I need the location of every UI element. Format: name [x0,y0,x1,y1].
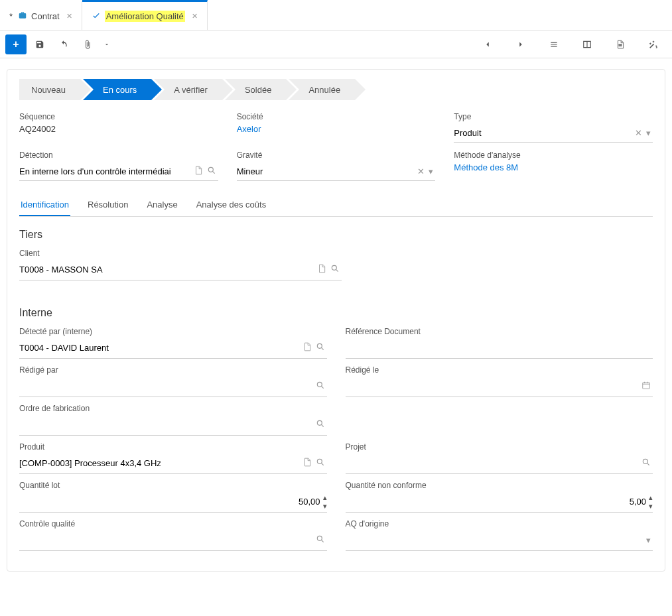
section-interne-title: Interne [19,307,653,319]
detecte-input[interactable] [19,343,301,353]
ordre-input[interactable] [19,420,314,430]
ctrlq-input[interactable] [19,535,314,545]
form-card: Nouveau En cours A vérifier Soldée Annul… [7,69,665,572]
tab-couts[interactable]: Analyse des coûts [195,194,268,216]
sequence-label: Séquence [19,112,218,121]
add-button[interactable]: + [5,34,27,54]
qtelot-input[interactable] [19,497,320,507]
svg-point-5 [317,420,322,425]
client-label: Client [19,249,342,258]
field-projet: Projet [346,442,653,474]
redigele-input[interactable] [346,381,640,391]
undo-button[interactable] [53,34,74,54]
status-encours[interactable]: En cours [83,79,151,100]
check-icon [92,11,101,22]
qtenc-label: Quantité non conforme [346,481,653,490]
list-view-button[interactable] [543,34,565,54]
search-icon[interactable] [314,419,327,430]
produit-input[interactable] [19,458,301,468]
dirty-indicator: * [9,11,13,21]
close-icon[interactable]: ✕ [66,12,72,21]
search-icon[interactable] [314,342,327,353]
search-icon[interactable] [639,458,653,469]
client-input[interactable] [19,265,315,275]
refdoc-input[interactable] [346,343,653,353]
produit-label: Produit [19,442,327,452]
status-nouveau[interactable]: Nouveau [19,79,80,100]
field-client: Client [19,249,342,280]
svg-point-0 [208,167,213,172]
document-view-button[interactable] [610,34,631,54]
field-redige: Rédigé par [19,365,327,397]
tab-resolution[interactable]: Résolution [86,194,129,216]
section-tiers-title: Tiers [19,229,653,241]
search-icon[interactable] [314,381,327,392]
next-button[interactable] [510,34,531,54]
clear-icon[interactable]: ✕ [415,166,427,176]
field-ctrlq: Contrôle qualité [19,519,327,551]
tab-qualite[interactable]: Amélioration Qualité ✕ [82,0,208,30]
more-dropdown[interactable] [101,34,113,54]
svg-point-1 [332,265,336,270]
redigele-label: Rédigé le [346,365,653,375]
svg-point-8 [317,536,322,540]
detection-label: Détection [19,151,218,160]
projet-input[interactable] [346,458,640,468]
stepper-icon[interactable]: ▴▾ [320,493,327,511]
field-refdoc: Référence Document [346,327,653,359]
tab-contrat[interactable]: * Contrat ✕ [0,0,82,30]
prev-button[interactable] [477,34,498,54]
type-label: Type [454,112,653,121]
status-annulee[interactable]: Annulée [289,79,355,100]
chevron-down-icon[interactable]: ▾ [427,166,435,176]
clear-icon[interactable]: ✕ [633,128,644,138]
detection-input[interactable] [19,164,192,179]
chevron-down-icon[interactable]: ▾ [644,128,653,138]
stepper-icon[interactable]: ▴▾ [646,493,653,511]
search-icon[interactable] [314,458,327,469]
svg-point-6 [317,459,322,463]
svg-rect-4 [643,383,650,389]
methode-label: Méthode d'analyse [454,151,653,160]
search-icon[interactable] [314,534,327,546]
attach-button[interactable] [77,34,98,54]
calendar-icon[interactable] [639,381,653,392]
type-input[interactable] [454,125,633,141]
chevron-down-icon[interactable]: ▾ [644,535,653,545]
close-icon[interactable]: ✕ [192,12,198,21]
field-qtenc: Quantité non conforme ▴▾ [346,481,653,513]
gravite-label: Gravité [237,151,436,160]
qtenc-input[interactable] [346,497,647,507]
open-icon[interactable] [192,166,205,177]
toolbar: + [0,31,672,58]
save-button[interactable] [29,34,50,54]
status-flow: Nouveau En cours A vérifier Soldée Annul… [19,79,653,100]
societe-value[interactable]: Axelor [237,124,436,134]
field-gravite: Gravité ✕ ▾ [237,151,436,181]
open-icon[interactable] [315,264,328,275]
redige-input[interactable] [19,381,314,391]
gravite-input[interactable] [237,164,416,179]
open-icon[interactable] [301,458,314,469]
ordre-label: Ordre de fabrication [19,404,327,413]
tab-analyse[interactable]: Analyse [145,194,178,216]
tab-identification[interactable]: Identification [19,194,70,216]
projet-label: Projet [346,442,653,452]
search-icon[interactable] [328,264,342,275]
field-qtelot: Quantité lot ▴▾ [19,481,327,513]
svg-point-2 [317,343,322,348]
methode-value[interactable]: Méthode des 8M [454,162,653,172]
tab-contrat-label: Contrat [31,11,60,21]
settings-button[interactable] [643,34,664,54]
sequence-value: AQ24002 [19,124,218,134]
open-icon[interactable] [301,342,314,353]
aqorigine-label: AQ d'origine [346,519,653,528]
status-soldee[interactable]: Soldée [225,79,286,100]
svg-point-7 [643,459,647,463]
search-icon[interactable] [205,166,218,177]
ctrlq-label: Contrôle qualité [19,519,327,528]
aqorigine-input[interactable] [346,535,645,545]
split-view-button[interactable] [576,34,598,54]
societe-label: Société [237,112,436,121]
status-averifier[interactable]: A vérifier [154,79,222,100]
